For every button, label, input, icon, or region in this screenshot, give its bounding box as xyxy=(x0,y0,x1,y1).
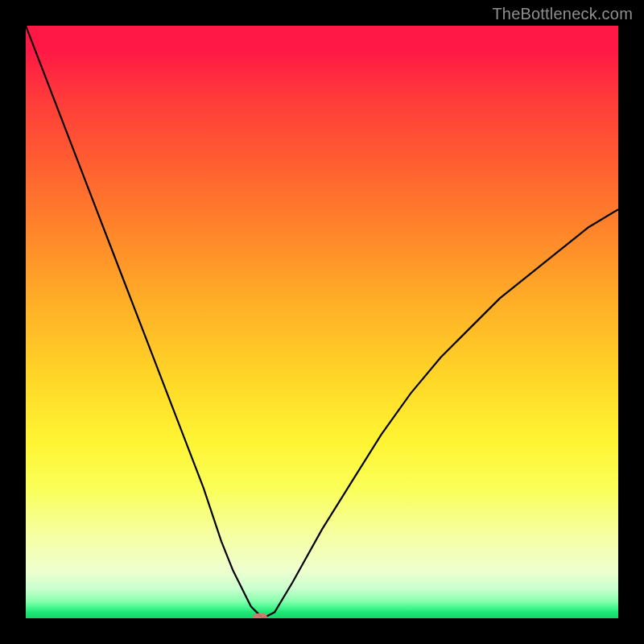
bottleneck-curve xyxy=(26,26,618,618)
minimum-marker xyxy=(253,613,267,618)
chart-frame: TheBottleneck.com xyxy=(0,0,644,644)
plot-area xyxy=(26,26,618,618)
watermark-text: TheBottleneck.com xyxy=(492,5,633,23)
